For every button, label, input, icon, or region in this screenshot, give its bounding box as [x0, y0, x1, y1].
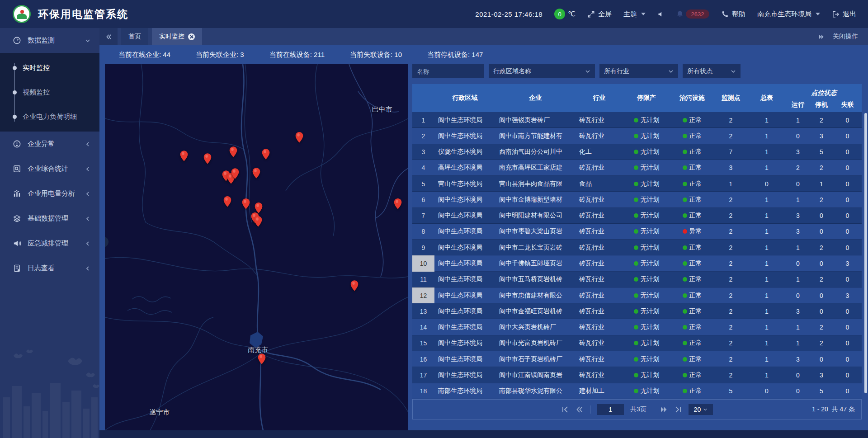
row-lost-cell: 0 [833, 319, 862, 335]
row-index-cell[interactable]: 4 [412, 160, 434, 176]
row-index-cell[interactable]: 13 [412, 303, 434, 319]
stats-bar: 当前在线企业: 44当前失联企业: 3当前在线设备: 211当前失联设备: 10… [118, 45, 483, 64]
map-marker-pin[interactable] [229, 146, 237, 158]
next-page-button[interactable] [660, 405, 668, 414]
speaker-muted-icon[interactable] [657, 11, 664, 18]
row-industry-cell: 食品 [576, 176, 623, 192]
row-down-cell: 2 [810, 192, 833, 207]
sidebar-subitem[interactable]: 视频监控 [0, 80, 99, 104]
tabs-scroll-left-button[interactable] [99, 28, 118, 45]
map-marker-pin[interactable] [295, 132, 304, 143]
row-company-cell: 阆中明阳建材有限公司 [495, 208, 576, 224]
industry-select[interactable]: 所有行业 [599, 64, 678, 78]
theme-dropdown[interactable]: 主题 [623, 10, 646, 19]
tabs-scroll-right-button[interactable] [818, 33, 825, 40]
row-index-cell[interactable]: 11 [412, 272, 434, 287]
table-row[interactable]: 9阆中生态环境局阆中市二龙长宝页岩砖砖瓦行业无计划正常21120 [412, 240, 862, 255]
map-marker-pin[interactable] [257, 353, 266, 365]
row-lost-cell: 0 [833, 240, 862, 255]
table-scrollbar[interactable] [864, 113, 867, 393]
table-row[interactable]: 13阆中生态环境局阆中市金福旺页岩机砖砖瓦行业无计划正常21300 [412, 303, 862, 319]
table-row[interactable]: 10阆中生态环境局阆中千佛镇五郎垭页岩砖瓦行业无计划正常21003 [412, 255, 862, 271]
row-run-cell: 0 [786, 176, 810, 192]
map-marker-pin[interactable] [242, 198, 250, 210]
sidebar-item-label: 企业综合统计 [28, 165, 68, 173]
map-marker-pin[interactable] [350, 280, 359, 292]
help-button[interactable]: 帮助 [721, 10, 745, 19]
map-marker-pin[interactable] [254, 216, 262, 227]
table-row[interactable]: 16阆中生态环境局阆中市石子页岩机砖厂砖瓦行业无计划正常21300 [412, 351, 862, 367]
sidebar-item-3[interactable]: 企业综合统计 [0, 156, 99, 181]
page-number-input[interactable] [597, 404, 624, 415]
map-marker-pin[interactable] [180, 150, 189, 162]
sidebar-item-4[interactable]: 企业用电量分析 [0, 181, 99, 206]
row-index-cell[interactable]: 9 [412, 240, 434, 255]
row-index-cell[interactable]: 7 [412, 208, 434, 224]
table-row[interactable]: 3仪陇生态环境局西南油气田分公司川中化工无计划正常71350 [412, 144, 862, 160]
map-marker-pin[interactable] [231, 168, 239, 179]
sidebar-item-7[interactable]: 日志查看 [0, 256, 99, 281]
logout-button[interactable]: 退出 [832, 10, 856, 19]
chevron-down-icon [585, 69, 590, 74]
row-index-cell[interactable]: 2 [412, 128, 434, 144]
row-index-cell[interactable]: 12 [412, 287, 434, 303]
map-marker-pin[interactable] [262, 148, 270, 160]
fullscreen-button[interactable]: 全屏 [587, 10, 612, 19]
map-marker-pin[interactable] [252, 167, 260, 179]
row-index-cell[interactable]: 15 [412, 335, 434, 351]
prev-page-button[interactable] [576, 405, 584, 414]
table-row[interactable]: 7阆中生态环境局阆中明阳建材有限公司砖瓦行业无计划正常21300 [412, 208, 862, 224]
table-row[interactable]: 1阆中生态环境局阆中强锐页岩砖厂砖瓦行业无计划正常21120 [412, 112, 862, 128]
sidebar-item-5[interactable]: 基础数据管理 [0, 206, 99, 231]
sidebar-item-2[interactable]: 企业异常 [0, 132, 99, 156]
name-search-input[interactable] [412, 64, 484, 78]
table-row[interactable]: 5营山生态环境局营山县润丰肉食品有限食品无计划正常10010 [412, 176, 862, 192]
row-run-cell: 0 [786, 287, 810, 303]
page-size-select[interactable]: 20 [689, 404, 713, 415]
table-row[interactable]: 8阆中生态环境局阆中市枣碧大梁山页岩砖瓦行业无计划异常21300 [412, 224, 862, 240]
table-row[interactable]: 12阆中生态环境局阆中市忠信建材有限公砖瓦行业无计划正常21003 [412, 287, 862, 303]
close-operations-button[interactable]: 关闭操作 [833, 33, 858, 41]
table-row[interactable]: 17阆中生态环境局阆中市江南镇阆南页岩砖瓦行业无计划正常21030 [412, 367, 862, 383]
status-text: 正常 [689, 387, 702, 395]
sidebar-item-6[interactable]: 应急减排管理 [0, 231, 99, 256]
map-marker-pin[interactable] [223, 196, 232, 207]
row-index-cell[interactable]: 8 [412, 224, 434, 240]
sidebar-subitem[interactable]: 企业电力负荷明细 [0, 104, 99, 129]
table-row[interactable]: 14阆中生态环境局阆中大兴页岩机砖厂砖瓦行业无计划正常21120 [412, 319, 862, 335]
row-index-cell[interactable]: 18 [412, 383, 434, 399]
row-index-cell[interactable]: 14 [412, 319, 434, 335]
last-page-button[interactable] [674, 405, 682, 414]
row-monitor-cell: 2 [714, 272, 747, 287]
org-dropdown[interactable]: 南充市生态环境局 [757, 10, 820, 19]
row-index-cell[interactable]: 5 [412, 176, 434, 192]
row-index-cell[interactable]: 17 [412, 367, 434, 383]
row-stop-status-cell: 无计划 [623, 224, 670, 240]
row-index-cell[interactable]: 3 [412, 144, 434, 160]
table-row[interactable]: 18南部生态环境局南部县砚华水泥有限公建材加工无计划正常50050 [412, 383, 862, 399]
status-dot-icon [634, 229, 638, 234]
table-row[interactable]: 4高坪生态环境局南充市高坪区王家店建砖瓦行业无计划正常31220 [412, 160, 862, 176]
row-index-cell[interactable]: 16 [412, 351, 434, 367]
tab-实时监控[interactable]: 实时监控 [152, 28, 202, 45]
table-row[interactable]: 6阆中生态环境局阆中市金博瑞新型墙材砖瓦行业无计划正常21120 [412, 192, 862, 207]
map-marker-pin[interactable] [203, 153, 212, 165]
row-region-cell: 阆中生态环境局 [434, 128, 495, 144]
tab-首页[interactable]: 首页 [121, 28, 148, 45]
status-select[interactable]: 所有状态 [683, 64, 741, 78]
map-marker-pin[interactable] [393, 198, 402, 210]
map-panel[interactable]: 巴中市南充市遂宁市 [105, 64, 408, 430]
notifications[interactable]: 2632 [676, 9, 709, 19]
tab-close-icon[interactable] [188, 33, 195, 40]
table-row[interactable]: 11阆中生态环境局阆中市五马桥页岩机砖砖瓦行业无计划正常21120 [412, 272, 862, 287]
table-row[interactable]: 2阆中生态环境局阆中市南方节能建材有砖瓦行业无计划正常21030 [412, 128, 862, 144]
region-select[interactable]: 行政区域名称 [489, 64, 595, 78]
row-index-cell[interactable]: 6 [412, 192, 434, 207]
chevron-left-icon [85, 216, 90, 221]
row-index-cell[interactable]: 10 [412, 255, 434, 271]
table-row[interactable]: 15阆中生态环境局阆中市光富页岩机砖厂砖瓦行业无计划正常21120 [412, 335, 862, 351]
sidebar-item-1[interactable]: 数据监测 [0, 28, 99, 53]
first-page-button[interactable] [561, 405, 569, 414]
sidebar-subitem[interactable]: 实时监控 [0, 56, 99, 80]
row-index-cell[interactable]: 1 [412, 112, 434, 128]
